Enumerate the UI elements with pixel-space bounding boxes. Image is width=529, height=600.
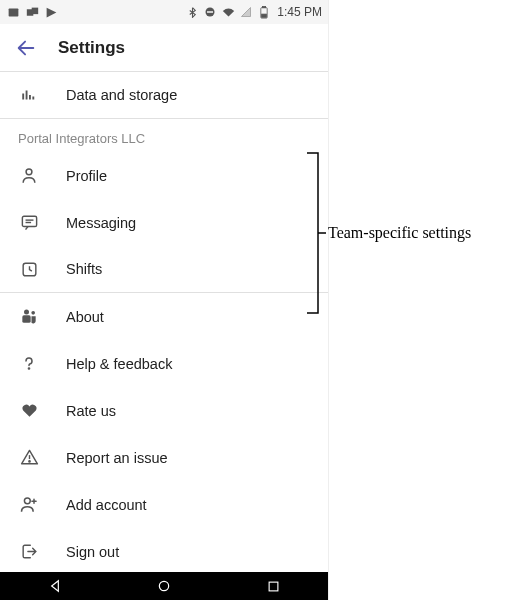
back-button[interactable] — [12, 34, 40, 62]
settings-item-label: Shifts — [66, 261, 102, 277]
signout-icon — [18, 541, 40, 563]
nav-recents-button[interactable] — [264, 577, 282, 595]
settings-item-profile[interactable]: Profile — [0, 152, 328, 199]
svg-rect-8 — [22, 94, 24, 100]
status-bar: 1:45 PM — [0, 0, 328, 24]
notification-icon — [6, 5, 20, 19]
do-not-disturb-icon — [203, 5, 217, 19]
settings-item-label: Data and storage — [66, 87, 177, 103]
bar-chart-icon — [18, 84, 40, 106]
settings-item-about[interactable]: About — [0, 293, 328, 340]
svg-point-18 — [31, 311, 35, 315]
svg-rect-19 — [22, 315, 30, 323]
settings-item-label: Profile — [66, 168, 107, 184]
heart-icon — [18, 400, 40, 422]
settings-item-report[interactable]: Report an issue — [0, 434, 328, 481]
svg-rect-9 — [26, 91, 28, 100]
nav-home-button[interactable] — [155, 577, 173, 595]
settings-item-label: Sign out — [66, 544, 119, 560]
settings-item-label: About — [66, 309, 104, 325]
help-icon — [18, 353, 40, 375]
battery-icon — [257, 5, 271, 19]
wifi-icon — [221, 5, 235, 19]
callout-annotation: Team-specific settings — [306, 152, 471, 314]
settings-item-label: Rate us — [66, 403, 116, 419]
settings-item-help[interactable]: Help & feedback — [0, 340, 328, 387]
warning-icon — [18, 447, 40, 469]
svg-point-22 — [28, 461, 29, 462]
callout-label: Team-specific settings — [328, 224, 471, 242]
page-title: Settings — [58, 38, 125, 58]
settings-item-shifts[interactable]: Shifts — [0, 246, 328, 293]
svg-rect-7 — [262, 14, 267, 17]
android-nav-bar — [0, 572, 328, 600]
teams-icon — [18, 306, 40, 328]
svg-rect-0 — [8, 8, 18, 16]
status-time: 1:45 PM — [277, 5, 322, 19]
svg-rect-13 — [22, 216, 36, 226]
signal-icon — [239, 5, 253, 19]
bluetooth-icon — [185, 5, 199, 19]
svg-point-23 — [24, 497, 30, 503]
nav-back-button[interactable] — [46, 577, 64, 595]
svg-rect-4 — [207, 11, 213, 13]
settings-item-data-storage[interactable]: Data and storage — [0, 72, 328, 119]
svg-point-20 — [28, 367, 29, 368]
app-header: Settings — [0, 24, 328, 72]
svg-point-17 — [24, 309, 29, 314]
svg-rect-11 — [32, 97, 34, 100]
phone-frame: 1:45 PM Settings Data and storage Portal… — [0, 0, 329, 600]
settings-item-label: Add account — [66, 497, 147, 513]
svg-rect-2 — [31, 7, 38, 14]
svg-point-24 — [159, 581, 168, 590]
message-icon — [18, 212, 40, 234]
section-header-org: Portal Integrators LLC — [0, 119, 328, 152]
svg-rect-6 — [263, 6, 266, 7]
settings-item-label: Help & feedback — [66, 356, 172, 372]
notification-icon-2 — [25, 5, 39, 19]
add-account-icon — [18, 494, 40, 516]
profile-icon — [18, 165, 40, 187]
notification-icon-3 — [44, 5, 58, 19]
svg-point-12 — [26, 168, 32, 174]
settings-item-label: Messaging — [66, 215, 136, 231]
settings-list: Data and storage Portal Integrators LLC … — [0, 72, 328, 575]
settings-item-label: Report an issue — [66, 450, 168, 466]
settings-item-messaging[interactable]: Messaging — [0, 199, 328, 246]
svg-rect-25 — [269, 582, 278, 591]
settings-item-signout[interactable]: Sign out — [0, 528, 328, 575]
settings-item-rate[interactable]: Rate us — [0, 387, 328, 434]
settings-item-add-account[interactable]: Add account — [0, 481, 328, 528]
svg-rect-10 — [29, 95, 31, 100]
clock-icon — [18, 258, 40, 280]
